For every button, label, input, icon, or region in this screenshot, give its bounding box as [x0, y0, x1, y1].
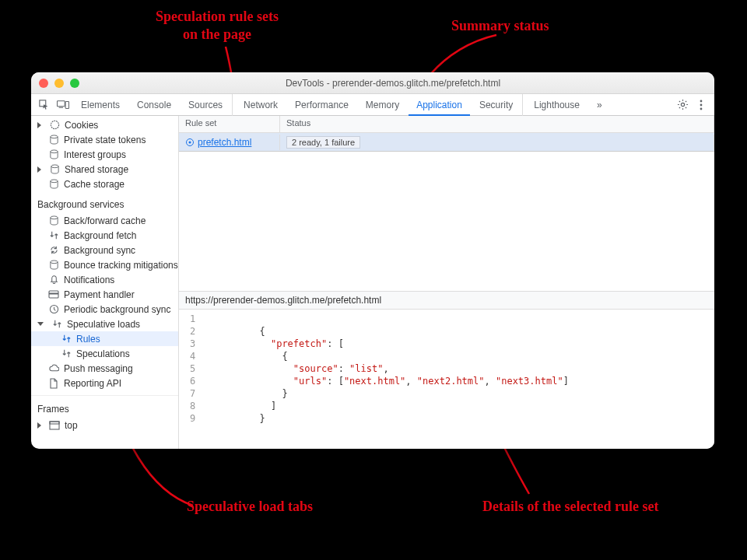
kebab-menu-icon[interactable] — [693, 96, 710, 114]
sidebar-item-label: Cookies — [65, 120, 98, 131]
svg-rect-18 — [50, 422, 59, 429]
svg-point-6 — [700, 103, 703, 106]
svg-point-11 — [51, 165, 58, 168]
transfer-icon — [61, 334, 72, 344]
expand-icon — [37, 422, 41, 429]
sidebar-item-label: Speculative loads — [67, 319, 140, 330]
devtools-window: DevTools - prerender-demos.glitch.me/pre… — [31, 72, 714, 449]
close-window-icon[interactable] — [39, 79, 48, 88]
tab-lighthouse[interactable]: Lighthouse — [522, 94, 587, 116]
database-icon — [49, 164, 60, 174]
tab-elements[interactable]: Elements — [73, 94, 128, 116]
sidebar-item-reporting-api[interactable]: Reporting API — [31, 376, 178, 390]
sync-icon — [48, 245, 59, 255]
database-icon — [48, 179, 59, 189]
tab-console[interactable]: Console — [129, 94, 179, 116]
sidebar-item-interest-groups[interactable]: Interest groups — [31, 147, 178, 162]
ruleset-name: prefetch.html — [198, 137, 251, 148]
database-icon — [48, 135, 59, 145]
sidebar-item-label: Notifications — [64, 275, 114, 285]
expand-icon — [37, 122, 41, 128]
svg-point-12 — [50, 180, 57, 183]
window-titlebar: DevTools - prerender-demos.glitch.me/pre… — [31, 72, 714, 94]
target-icon — [185, 138, 195, 147]
svg-point-5 — [700, 100, 703, 102]
sidebar-item-bg-sync[interactable]: Background sync — [31, 243, 178, 257]
sidebar-item-periodic-sync[interactable]: Periodic background sync — [31, 302, 178, 317]
svg-point-10 — [50, 150, 57, 153]
sidebar-item-speculations[interactable]: Speculations — [31, 346, 178, 361]
sidebar-section-frames: Frames — [31, 395, 178, 418]
col-header-ruleset[interactable]: Rule set — [179, 116, 280, 132]
sidebar-item-push-messaging[interactable]: Push messaging — [31, 361, 178, 376]
sidebar-item-shared-storage[interactable]: Shared storage — [31, 162, 178, 177]
code-gutter: 123456789 — [179, 310, 203, 449]
sidebar-item-private-state-tokens[interactable]: Private state tokens — [31, 132, 178, 147]
sidebar-item-label: Push messaging — [64, 363, 133, 374]
card-icon — [48, 289, 59, 299]
minimize-window-icon[interactable] — [54, 79, 64, 88]
ruleset-code-view: 123456789 { "prefetch": [ { "source": "l… — [179, 309, 714, 449]
ruleset-grid-header: Rule set Status — [179, 116, 714, 133]
code-lines: { "prefetch": [ { "source": "list", "url… — [203, 310, 569, 449]
sidebar-item-cookies[interactable]: Cookies — [31, 117, 178, 132]
ruleset-url: https://prerender-demos.glitch.me/prefet… — [179, 291, 714, 309]
sidebar-item-payment[interactable]: Payment handler — [31, 287, 178, 302]
annotation-summary-status: Summary status — [451, 17, 549, 35]
ruleset-grid-body — [179, 152, 714, 291]
svg-point-21 — [189, 141, 191, 143]
bell-icon — [48, 275, 59, 285]
collapse-icon — [37, 322, 44, 326]
svg-point-14 — [50, 261, 57, 264]
annotation-details: Details of the selected rule set — [482, 498, 658, 516]
window-title: DevTools - prerender-demos.glitch.me/pre… — [79, 78, 707, 89]
tabs-overflow-icon[interactable]: » — [589, 94, 610, 116]
sidebar-item-label: Private state tokens — [64, 135, 146, 145]
status-chip[interactable]: 2 ready, 1 failure — [286, 136, 360, 149]
sidebar-item-label: Cache storage — [64, 179, 124, 190]
transfer-icon — [61, 348, 72, 359]
sidebar-item-bg-fetch[interactable]: Background fetch — [31, 228, 178, 243]
annotation-rule-sets: Speculation rule sets on the page — [156, 8, 279, 43]
svg-point-9 — [50, 135, 57, 138]
inspect-icon[interactable] — [36, 96, 53, 114]
settings-gear-icon[interactable] — [674, 96, 691, 114]
sidebar-item-notifications[interactable]: Notifications — [31, 272, 178, 287]
database-icon — [48, 215, 59, 226]
maximize-window-icon[interactable] — [70, 79, 79, 88]
sidebar-item-frame-top[interactable]: top — [31, 418, 178, 432]
svg-point-4 — [681, 103, 684, 106]
svg-point-8 — [51, 121, 58, 128]
sidebar-item-label: Interest groups — [64, 149, 126, 160]
svg-point-7 — [700, 107, 703, 110]
sidebar-section-bg-services: Background services — [31, 191, 178, 213]
col-header-status[interactable]: Status — [280, 116, 714, 132]
expand-icon — [37, 166, 41, 173]
sidebar-item-bf-cache[interactable]: Back/forward cache — [31, 213, 178, 228]
main-panel: Rule set Status prefetch.html 2 ready, 1… — [179, 116, 714, 449]
tab-security[interactable]: Security — [472, 94, 521, 116]
tab-application[interactable]: Application — [409, 94, 470, 116]
sidebar-item-label: Bounce tracking mitigations — [64, 260, 178, 271]
tab-sources[interactable]: Sources — [181, 94, 230, 116]
svg-point-13 — [50, 216, 57, 219]
document-icon — [48, 378, 59, 389]
sidebar-item-label: Shared storage — [65, 164, 128, 175]
device-toggle-icon[interactable] — [54, 96, 72, 114]
cookies-icon — [49, 120, 60, 130]
sidebar-item-bounce[interactable]: Bounce tracking mitigations — [31, 257, 178, 272]
tab-network[interactable]: Network — [232, 94, 286, 116]
ruleset-row[interactable]: prefetch.html 2 ready, 1 failure — [179, 133, 714, 152]
tab-performance[interactable]: Performance — [287, 94, 356, 116]
sidebar-item-speculative-loads[interactable]: Speculative loads — [31, 317, 178, 331]
tab-memory[interactable]: Memory — [358, 94, 407, 116]
ruleset-link[interactable]: prefetch.html — [185, 137, 273, 148]
sidebar-item-label: Payment handler — [64, 289, 135, 300]
sidebar-item-cache-storage[interactable]: Cache storage — [31, 177, 178, 191]
sidebar-item-rules[interactable]: Rules — [31, 331, 178, 346]
database-icon — [48, 149, 59, 159]
svg-rect-2 — [59, 107, 63, 107]
database-icon — [48, 260, 59, 270]
svg-rect-1 — [57, 100, 65, 106]
frame-icon — [49, 421, 60, 430]
